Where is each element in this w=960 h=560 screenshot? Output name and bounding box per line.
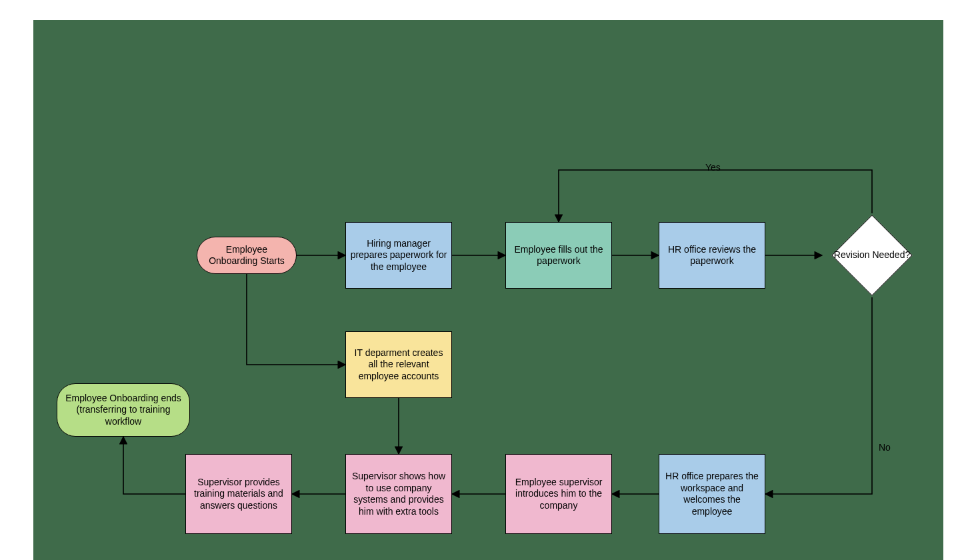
edge-label-no: No	[879, 442, 891, 453]
node-supervisor-training[interactable]: Supervisor provides training materials a…	[185, 454, 292, 534]
node-supervisor-shows[interactable]: Supervisor shows how to use company syst…	[345, 454, 452, 534]
node-label: IT deparment creates all the relevant em…	[350, 347, 447, 383]
node-label: Hiring manager prepares paperwork for th…	[350, 238, 447, 273]
node-end[interactable]: Employee Onboarding ends (transferring t…	[57, 383, 190, 437]
edges-layer	[33, 20, 943, 560]
node-label: Employee supervisor introduces him to th…	[510, 477, 607, 512]
node-start[interactable]: Employee Onboarding Starts	[197, 237, 297, 274]
node-label: HR office reviews the paperwork	[663, 244, 761, 267]
node-employee-fills[interactable]: Employee fills out the paperwork	[505, 222, 612, 289]
node-label: Supervisor provides training materials a…	[190, 477, 287, 512]
node-label: Employee fills out the paperwork	[510, 244, 607, 267]
node-label: Supervisor shows how to use company syst…	[350, 471, 447, 517]
node-hr-review[interactable]: HR office reviews the paperwork	[659, 222, 765, 289]
flowchart-canvas: Employee Onboarding Starts Hiring manage…	[33, 20, 943, 560]
node-revision-decision[interactable]: Revision Needed?	[832, 215, 912, 295]
node-label: HR office prepares the workspace and wel…	[663, 471, 761, 517]
node-label: Employee Onboarding ends (transferring t…	[61, 393, 185, 428]
node-hiring-manager[interactable]: Hiring manager prepares paperwork for th…	[345, 222, 452, 289]
edge-label-yes: Yes	[705, 162, 721, 173]
node-hr-prepares[interactable]: HR office prepares the workspace and wel…	[659, 454, 765, 534]
node-it-accounts[interactable]: IT deparment creates all the relevant em…	[345, 331, 452, 398]
node-supervisor-intro[interactable]: Employee supervisor introduces him to th…	[505, 454, 612, 534]
node-label: Employee Onboarding Starts	[201, 244, 292, 267]
